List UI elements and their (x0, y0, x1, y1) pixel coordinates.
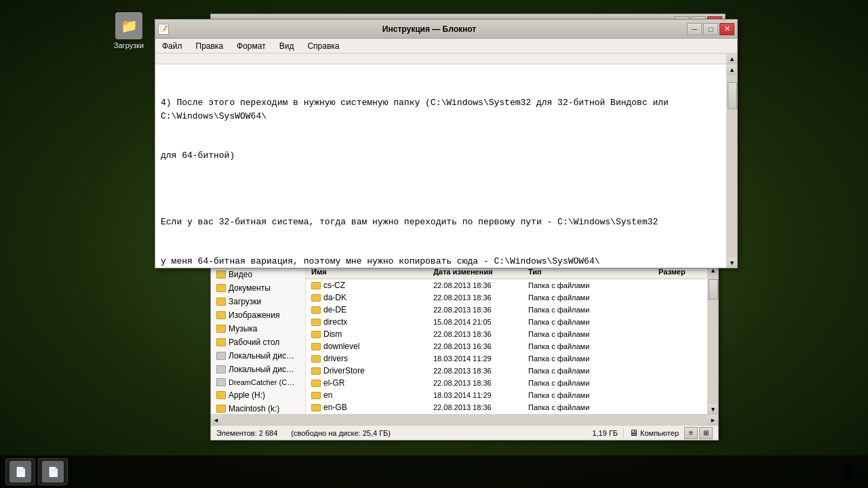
notepad-line1: 4) После этого переходим в нужную систем… (161, 96, 721, 123)
notepad-text[interactable]: 4) После этого переходим в нужную систем… (155, 64, 726, 268)
computer-icon: 🖥 (629, 428, 638, 438)
notepad-title: Инструкция — Блокнот (172, 24, 687, 34)
notepad-menu-help[interactable]: Справка (303, 40, 343, 52)
explorer-item-count: Элементов: 2 684 (216, 429, 277, 437)
explorer-scroll-left[interactable]: ◄ (211, 415, 222, 426)
notepad-close-btn[interactable]: ✕ (719, 23, 734, 35)
notepad-line3: Если у вас 32-битная система, тогда вам … (161, 216, 721, 229)
desktop-icon-downloads[interactable]: 📁 Загрузки (105, 12, 153, 49)
folder-icon (311, 367, 321, 375)
statusbar-divider (623, 428, 624, 438)
list-view-btn[interactable]: ≡ (684, 427, 698, 439)
folder-icon (311, 331, 321, 338)
notepad-menu-format[interactable]: Формат (233, 40, 270, 52)
notepad-line4: у меня 64-битная вариация, поэтому мне н… (161, 255, 721, 268)
taskbar-trash[interactable]: 🗑 (835, 458, 863, 485)
taskbar: 📄 📄 🗑 (0, 455, 868, 488)
sidebar-item-local-disk2[interactable]: Локальный дис… (211, 363, 305, 376)
notepad-menubar: Файл Правка Формат Вид Справка (155, 39, 737, 54)
notepad-window-controls: ─ □ ✕ (687, 23, 734, 35)
table-row[interactable]: en 18.03.2014 11:29 Папка с файлами (306, 389, 707, 401)
sidebar-item-music[interactable]: Музыка (211, 322, 305, 336)
sidebar-item-desktop[interactable]: Рабочий стол (211, 336, 305, 349)
table-row[interactable]: DriverStore 22.08.2013 18:36 Папка с фай… (306, 365, 707, 377)
table-row[interactable]: cs-CZ 22.08.2013 18:36 Папка с файлами (306, 279, 707, 291)
sidebar-item-label: Музыка (229, 324, 257, 333)
sidebar-item-downloads[interactable]: Загрузки (211, 295, 305, 308)
notepad-menu-view[interactable]: Вид (275, 40, 298, 52)
table-row[interactable]: directx 15.08.2014 21:05 Папка с файлами (306, 316, 707, 328)
sidebar-item-local-disk1[interactable]: Локальный дис… (211, 349, 305, 363)
folder-icon (216, 325, 226, 333)
table-row[interactable]: de-DE 22.08.2013 18:36 Папка с файлами (306, 304, 707, 316)
sidebar-item-docs[interactable]: Документы (211, 281, 305, 295)
folder-icon (216, 284, 226, 292)
disk-icon (216, 365, 226, 373)
trash-icon: 🗑 (842, 463, 856, 481)
explorer-window: Видео Документы Загрузки Изображения Муз… (210, 264, 719, 441)
sidebar-item-label: Локальный дис… (229, 365, 294, 374)
table-row[interactable]: en-GB 22.08.2013 18:36 Папка с файлами (306, 401, 707, 413)
sidebar-item-label: Рабочий стол (229, 338, 279, 347)
explorer-scroll-track (708, 276, 718, 403)
explorer-view-toggles: ≡ ⊞ (684, 427, 713, 439)
folder-icon (311, 355, 321, 363)
taskbar-file-icon-2: 📄 (42, 461, 64, 483)
table-row[interactable]: da-DK 22.08.2013 18:36 Папка с файлами (306, 291, 707, 304)
notepad-titlebar: 📝 Инструкция — Блокнот ─ □ ✕ (155, 20, 737, 39)
explorer-statusbar: Элементов: 2 684 (свободно на диске: 25,… (211, 425, 718, 440)
explorer-scroll-thumb[interactable] (709, 279, 718, 300)
folder-icon (311, 404, 321, 411)
sidebar-item-images[interactable]: Изображения (211, 308, 305, 322)
explorer-statusbar-right: 1,19 ГБ 🖥 Компьютер ≡ ⊞ (592, 427, 713, 439)
sidebar-item-label: DreamCatcher (C… (229, 378, 294, 386)
folder-icon (311, 306, 321, 314)
grid-view-btn[interactable]: ⊞ (699, 427, 713, 439)
explorer-free-space: (свободно на диске: 25,4 ГБ) (291, 429, 391, 437)
sidebar-item-dreamcatcher[interactable]: DreamCatcher (C… (211, 376, 305, 388)
notepad-scroll-down[interactable]: ▼ (727, 257, 737, 268)
sidebar-item-apple[interactable]: Apple (H:) (211, 388, 305, 402)
explorer-right-panel: Имя Дата изменения Тип Размер cs-CZ 22.0… (306, 265, 707, 414)
table-row[interactable]: drivers 18.03.2014 11:29 Папка с файлами (306, 352, 707, 365)
disk-icon (216, 352, 226, 360)
folder-icon (311, 380, 321, 387)
scroll-up-arrow[interactable]: ▲ (726, 54, 737, 64)
notepad-scroll-up[interactable]: ▲ (727, 64, 737, 75)
sidebar-item-video[interactable]: Видео (211, 268, 305, 281)
notepad-scrollbar: ▲ ▼ (726, 64, 737, 268)
folder-icon (216, 298, 226, 306)
notepad-content-area: 4) После этого переходим в нужную систем… (155, 64, 737, 268)
sidebar-item-apple-label: Apple (H:) (229, 390, 265, 400)
taskbar-item-2[interactable]: 📄 (38, 458, 68, 485)
table-row[interactable]: el-GR 22.08.2013 18:36 Папка с файлами (306, 377, 707, 389)
downloads-icon: 📁 (115, 12, 142, 39)
notepad-maximize-btn[interactable]: □ (703, 23, 718, 35)
explorer-scrollbar-bottom: ◄ ► (211, 414, 718, 425)
notepad-top-scrollbar: ▲ (155, 54, 737, 64)
explorer-scroll-right[interactable]: ► (707, 415, 718, 426)
sidebar-item-label: Видео (229, 270, 252, 279)
folder-icon (311, 392, 321, 399)
taskbar-item-1[interactable]: 📄 (5, 458, 35, 485)
table-row[interactable]: Dism 22.08.2013 18:36 Папка с файлами (306, 328, 707, 340)
notepad-scroll-thumb[interactable] (728, 82, 737, 109)
sidebar-item-label: Загрузки (229, 297, 261, 306)
table-row[interactable]: downlevel 22.08.2013 16:36 Папка с файла… (306, 340, 707, 352)
folder-icon (216, 338, 226, 346)
folder-icon (311, 294, 321, 302)
disk-icon-red (216, 391, 226, 399)
notepad-minimize-btn[interactable]: ─ (687, 23, 702, 35)
notepad-menu-file[interactable]: Файл (158, 40, 186, 52)
explorer-size: 1,19 ГБ (592, 429, 618, 437)
folder-icon (216, 311, 226, 319)
taskbar-file-icon-1: 📄 (9, 461, 31, 483)
sidebar-item-macintosh[interactable]: Macintosh (k:) (211, 402, 305, 414)
desktop-icon-label: Загрузки (114, 41, 144, 49)
folder-icon (311, 319, 321, 326)
disk-icon-red (216, 405, 226, 413)
explorer-scroll-down[interactable]: ▼ (708, 403, 718, 414)
desktop: 📁 Загрузки SysWOW64 ─ □ ✕ 📝 Инструкция —… (0, 0, 868, 488)
notepad-menu-edit[interactable]: Правка (192, 40, 228, 52)
sidebar-item-label: Документы (229, 283, 271, 293)
